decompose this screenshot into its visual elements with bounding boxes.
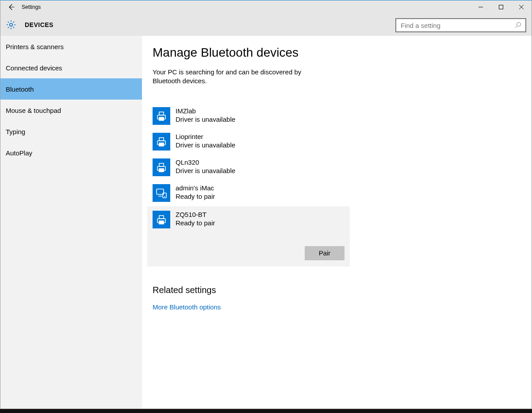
svg-rect-4 xyxy=(159,112,164,115)
sidebar-item-autoplay[interactable]: AutoPlay xyxy=(0,142,142,163)
header: DEVICES xyxy=(0,14,532,36)
device-item[interactable]: LioprinterDriver is unavailable xyxy=(153,129,532,155)
device-status: Driver is unavailable xyxy=(176,166,235,175)
device-status: Ready to pair xyxy=(176,192,215,201)
device-name: admin's iMac xyxy=(176,184,215,192)
printer-icon xyxy=(153,158,170,176)
device-name: QLn320 xyxy=(176,158,235,166)
svg-rect-7 xyxy=(159,138,164,141)
sidebar-item-connected-devices[interactable]: Connected devices xyxy=(0,57,142,78)
arrow-left-icon xyxy=(7,3,15,11)
titlebar: Settings xyxy=(0,0,532,14)
device-status: Driver is unavailable xyxy=(176,115,235,124)
sidebar-item-label: Mouse & touchpad xyxy=(6,107,61,114)
search-box[interactable] xyxy=(395,18,526,32)
svg-rect-5 xyxy=(159,117,164,120)
maximize-button[interactable] xyxy=(491,0,511,14)
device-status: Ready to pair xyxy=(176,219,215,228)
minimize-icon xyxy=(478,4,483,10)
device-info: ZQ510-BTReady to pair xyxy=(176,211,215,228)
page-description: Your PC is searching for and can be disc… xyxy=(153,68,329,86)
device-info: admin's iMacReady to pair xyxy=(176,184,215,201)
device-item[interactable]: QLn320Driver is unavailable xyxy=(153,155,532,181)
svg-point-2 xyxy=(517,23,521,27)
device-status: Driver is unavailable xyxy=(176,141,235,150)
taskbar[interactable] xyxy=(0,409,532,413)
sidebar-item-label: AutoPlay xyxy=(6,149,32,157)
main-content: Manage Bluetooth devices Your PC is sear… xyxy=(142,36,532,409)
device-info: IMZlabDriver is unavailable xyxy=(176,107,235,124)
svg-rect-8 xyxy=(159,143,164,146)
search-input[interactable] xyxy=(400,21,514,30)
sidebar-item-label: Typing xyxy=(6,128,25,135)
device-info: LioprinterDriver is unavailable xyxy=(176,133,235,150)
svg-rect-10 xyxy=(159,163,164,166)
svg-rect-11 xyxy=(159,169,164,172)
page-title: Manage Bluetooth devices xyxy=(153,46,532,60)
sidebar-item-label: Connected devices xyxy=(6,64,62,72)
device-action-panel: Pair xyxy=(147,234,350,266)
device-item[interactable]: ZQ510-BTReady to pair xyxy=(147,206,350,234)
printer-icon xyxy=(153,107,170,125)
printer-icon xyxy=(153,133,170,151)
close-icon xyxy=(519,4,524,10)
computer-icon xyxy=(153,184,170,202)
sidebar-item-bluetooth[interactable]: Bluetooth xyxy=(0,78,142,100)
pair-button[interactable]: Pair xyxy=(305,246,344,260)
search-icon[interactable] xyxy=(514,21,522,29)
device-name: Lioprinter xyxy=(176,133,235,141)
sidebar-item-mouse-touchpad[interactable]: Mouse & touchpad xyxy=(0,100,142,121)
maximize-icon xyxy=(498,4,504,10)
device-name: ZQ510-BT xyxy=(176,211,215,219)
back-button[interactable] xyxy=(0,0,22,14)
window-controls xyxy=(471,0,532,14)
svg-rect-16 xyxy=(159,216,164,219)
sidebar-item-label: Bluetooth xyxy=(6,85,34,93)
device-item[interactable]: IMZlabDriver is unavailable xyxy=(153,104,532,129)
svg-rect-0 xyxy=(499,5,503,9)
related-settings-heading: Related settings xyxy=(153,285,532,295)
sidebar: Printers & scanners Connected devices Bl… xyxy=(0,36,142,409)
printer-icon xyxy=(153,211,170,228)
settings-home-button[interactable] xyxy=(5,19,17,31)
svg-point-14 xyxy=(164,196,165,197)
gear-icon xyxy=(6,19,16,30)
device-info: QLn320Driver is unavailable xyxy=(176,158,235,175)
close-button[interactable] xyxy=(511,0,532,14)
body: Printers & scanners Connected devices Bl… xyxy=(0,36,532,409)
svg-rect-17 xyxy=(159,221,164,224)
device-name: IMZlab xyxy=(176,107,235,115)
minimize-button[interactable] xyxy=(471,0,491,14)
device-item[interactable]: admin's iMacReady to pair xyxy=(153,181,532,206)
settings-window: Settings DEVICES xyxy=(0,0,532,409)
svg-point-1 xyxy=(10,23,12,26)
device-list: IMZlabDriver is unavailableLioprinterDri… xyxy=(153,104,532,266)
window-title: Settings xyxy=(22,4,41,10)
sidebar-item-typing[interactable]: Typing xyxy=(0,121,142,142)
more-bluetooth-options-link[interactable]: More Bluetooth options xyxy=(153,303,532,311)
sidebar-item-printers-scanners[interactable]: Printers & scanners xyxy=(0,36,142,57)
section-title: DEVICES xyxy=(25,21,54,28)
sidebar-item-label: Printers & scanners xyxy=(6,43,64,50)
